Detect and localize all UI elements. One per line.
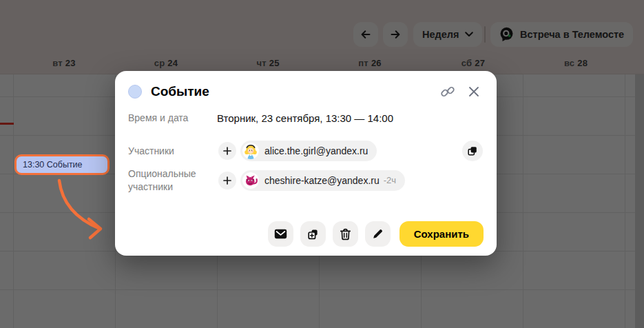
highlighted-event-block[interactable]: 13:30 Событие bbox=[14, 154, 110, 175]
delete-event-button[interactable] bbox=[333, 221, 358, 247]
copy-participants-button[interactable] bbox=[462, 141, 483, 161]
participant-chip[interactable]: alice.the.girl@yandex.ru bbox=[240, 141, 377, 161]
copy-link-button[interactable] bbox=[439, 83, 457, 101]
event-details-popup: Событие Время и дата Вторник, 23 сентябр… bbox=[115, 71, 497, 256]
plus-icon bbox=[223, 147, 231, 155]
close-icon bbox=[467, 85, 481, 99]
avatar-alice bbox=[242, 143, 259, 159]
event-label: 13:30 Событие bbox=[23, 160, 83, 170]
plus-icon bbox=[223, 176, 231, 185]
duplicate-event-button[interactable] bbox=[300, 221, 326, 247]
save-button[interactable]: Сохранить bbox=[399, 221, 484, 247]
datetime-label: Время и дата bbox=[128, 112, 217, 124]
edit-event-button[interactable] bbox=[365, 221, 391, 247]
popup-title: Событие bbox=[151, 84, 439, 99]
pencil-icon bbox=[372, 228, 384, 240]
optional-participant-email: cheshire-katze@yandex.ru bbox=[264, 175, 380, 186]
optional-participants-label: Опциональные участники bbox=[128, 167, 217, 193]
event-color-dot[interactable] bbox=[128, 85, 142, 99]
optional-participant-chip[interactable]: cheshire-katze@yandex.ru -2ч bbox=[240, 170, 405, 191]
participant-email: alice.the.girl@yandex.ru bbox=[264, 145, 368, 156]
add-optional-participant-button[interactable] bbox=[218, 172, 236, 189]
popup-header: Событие bbox=[128, 83, 483, 101]
participants-row: Участники bbox=[128, 141, 483, 161]
email-participants-button[interactable] bbox=[268, 221, 293, 247]
datetime-value: Вторник, 23 сентября, 13:30 — 14:00 bbox=[217, 112, 393, 124]
tutorial-arrow bbox=[38, 174, 110, 241]
envelope-icon bbox=[274, 229, 287, 239]
datetime-row: Время и дата Вторник, 23 сентября, 13:30… bbox=[128, 112, 483, 124]
popup-action-bar: Сохранить bbox=[268, 221, 484, 247]
add-participant-button[interactable] bbox=[218, 142, 236, 160]
avatar-cheshire-cat bbox=[242, 172, 259, 189]
duplicate-icon bbox=[307, 228, 319, 240]
link-icon bbox=[440, 84, 455, 99]
participants-label: Участники bbox=[128, 145, 217, 157]
copy-icon bbox=[467, 145, 478, 156]
close-button[interactable] bbox=[465, 83, 483, 101]
optional-participants-row: Опциональные участники bbox=[128, 167, 483, 193]
participant-time-offset: -2ч bbox=[384, 175, 396, 185]
trash-icon bbox=[340, 228, 351, 240]
yandex-calendar-screen: Неделя Встреча в Телемосте вт23 ср24 чт2… bbox=[0, 0, 644, 328]
